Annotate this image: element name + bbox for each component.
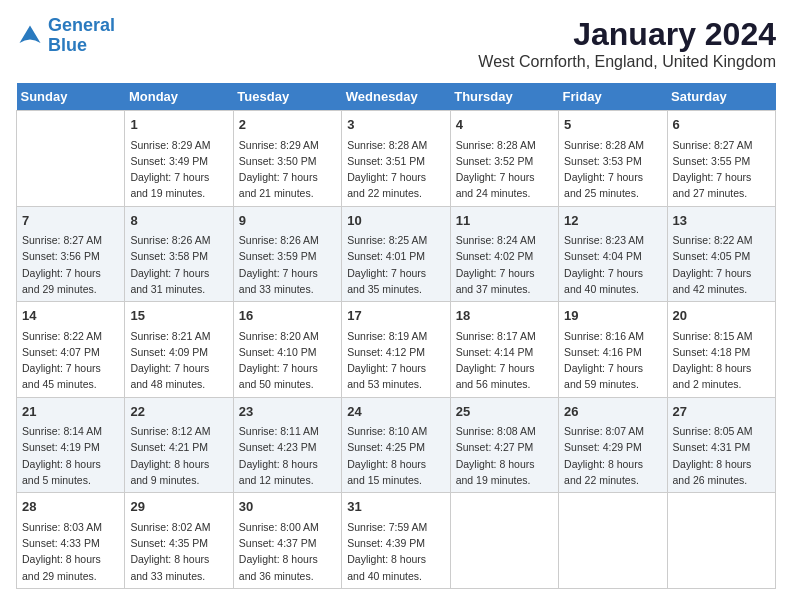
day-number: 7 [22,211,119,231]
header-day-thursday: Thursday [450,83,558,111]
day-info: Sunrise: 8:03 AMSunset: 4:33 PMDaylight:… [22,519,119,584]
day-number: 16 [239,306,336,326]
calendar-cell: 5Sunrise: 8:28 AMSunset: 3:53 PMDaylight… [559,111,667,207]
logo-icon [16,22,44,50]
calendar-cell: 4Sunrise: 8:28 AMSunset: 3:52 PMDaylight… [450,111,558,207]
calendar-cell: 30Sunrise: 8:00 AMSunset: 4:37 PMDayligh… [233,493,341,589]
location-title: West Cornforth, England, United Kingdom [478,53,776,71]
header-day-tuesday: Tuesday [233,83,341,111]
day-number: 9 [239,211,336,231]
day-info: Sunrise: 8:22 AMSunset: 4:07 PMDaylight:… [22,328,119,393]
day-number: 26 [564,402,661,422]
calendar-cell: 29Sunrise: 8:02 AMSunset: 4:35 PMDayligh… [125,493,233,589]
calendar-cell: 3Sunrise: 8:28 AMSunset: 3:51 PMDaylight… [342,111,450,207]
calendar-cell: 12Sunrise: 8:23 AMSunset: 4:04 PMDayligh… [559,206,667,302]
day-info: Sunrise: 8:17 AMSunset: 4:14 PMDaylight:… [456,328,553,393]
day-number: 8 [130,211,227,231]
calendar-table: SundayMondayTuesdayWednesdayThursdayFrid… [16,83,776,589]
day-info: Sunrise: 8:19 AMSunset: 4:12 PMDaylight:… [347,328,444,393]
header-day-wednesday: Wednesday [342,83,450,111]
header-day-sunday: Sunday [17,83,125,111]
week-row-3: 14Sunrise: 8:22 AMSunset: 4:07 PMDayligh… [17,302,776,398]
day-info: Sunrise: 8:22 AMSunset: 4:05 PMDaylight:… [673,232,770,297]
calendar-cell: 25Sunrise: 8:08 AMSunset: 4:27 PMDayligh… [450,397,558,493]
header: General Blue January 2024 West Cornforth… [16,16,776,71]
day-info: Sunrise: 8:24 AMSunset: 4:02 PMDaylight:… [456,232,553,297]
calendar-cell: 6Sunrise: 8:27 AMSunset: 3:55 PMDaylight… [667,111,775,207]
calendar-cell: 19Sunrise: 8:16 AMSunset: 4:16 PMDayligh… [559,302,667,398]
day-number: 22 [130,402,227,422]
day-info: Sunrise: 8:29 AMSunset: 3:49 PMDaylight:… [130,137,227,202]
day-number: 23 [239,402,336,422]
day-number: 13 [673,211,770,231]
day-info: Sunrise: 8:08 AMSunset: 4:27 PMDaylight:… [456,423,553,488]
calendar-cell: 13Sunrise: 8:22 AMSunset: 4:05 PMDayligh… [667,206,775,302]
calendar-cell: 21Sunrise: 8:14 AMSunset: 4:19 PMDayligh… [17,397,125,493]
day-info: Sunrise: 8:21 AMSunset: 4:09 PMDaylight:… [130,328,227,393]
day-info: Sunrise: 8:00 AMSunset: 4:37 PMDaylight:… [239,519,336,584]
day-info: Sunrise: 8:12 AMSunset: 4:21 PMDaylight:… [130,423,227,488]
calendar-cell: 2Sunrise: 8:29 AMSunset: 3:50 PMDaylight… [233,111,341,207]
calendar-cell: 8Sunrise: 8:26 AMSunset: 3:58 PMDaylight… [125,206,233,302]
day-info: Sunrise: 8:27 AMSunset: 3:55 PMDaylight:… [673,137,770,202]
day-info: Sunrise: 8:28 AMSunset: 3:53 PMDaylight:… [564,137,661,202]
calendar-cell: 26Sunrise: 8:07 AMSunset: 4:29 PMDayligh… [559,397,667,493]
day-number: 18 [456,306,553,326]
day-number: 15 [130,306,227,326]
calendar-cell [17,111,125,207]
day-info: Sunrise: 8:29 AMSunset: 3:50 PMDaylight:… [239,137,336,202]
day-info: Sunrise: 8:10 AMSunset: 4:25 PMDaylight:… [347,423,444,488]
calendar-cell [450,493,558,589]
day-info: Sunrise: 8:28 AMSunset: 3:51 PMDaylight:… [347,137,444,202]
week-row-4: 21Sunrise: 8:14 AMSunset: 4:19 PMDayligh… [17,397,776,493]
day-number: 6 [673,115,770,135]
day-info: Sunrise: 8:15 AMSunset: 4:18 PMDaylight:… [673,328,770,393]
week-row-5: 28Sunrise: 8:03 AMSunset: 4:33 PMDayligh… [17,493,776,589]
day-number: 10 [347,211,444,231]
calendar-cell: 23Sunrise: 8:11 AMSunset: 4:23 PMDayligh… [233,397,341,493]
day-number: 3 [347,115,444,135]
month-title: January 2024 [478,16,776,53]
day-number: 1 [130,115,227,135]
day-number: 11 [456,211,553,231]
day-info: Sunrise: 8:07 AMSunset: 4:29 PMDaylight:… [564,423,661,488]
logo-text: General Blue [48,16,115,56]
day-number: 20 [673,306,770,326]
header-day-friday: Friday [559,83,667,111]
day-info: Sunrise: 8:11 AMSunset: 4:23 PMDaylight:… [239,423,336,488]
day-number: 30 [239,497,336,517]
day-number: 24 [347,402,444,422]
week-row-1: 1Sunrise: 8:29 AMSunset: 3:49 PMDaylight… [17,111,776,207]
day-number: 4 [456,115,553,135]
day-info: Sunrise: 8:26 AMSunset: 3:58 PMDaylight:… [130,232,227,297]
calendar-cell [559,493,667,589]
calendar-cell: 15Sunrise: 8:21 AMSunset: 4:09 PMDayligh… [125,302,233,398]
day-number: 17 [347,306,444,326]
day-info: Sunrise: 8:28 AMSunset: 3:52 PMDaylight:… [456,137,553,202]
calendar-cell: 7Sunrise: 8:27 AMSunset: 3:56 PMDaylight… [17,206,125,302]
day-info: Sunrise: 8:23 AMSunset: 4:04 PMDaylight:… [564,232,661,297]
calendar-cell: 27Sunrise: 8:05 AMSunset: 4:31 PMDayligh… [667,397,775,493]
day-number: 5 [564,115,661,135]
calendar-cell: 28Sunrise: 8:03 AMSunset: 4:33 PMDayligh… [17,493,125,589]
day-info: Sunrise: 8:14 AMSunset: 4:19 PMDaylight:… [22,423,119,488]
calendar-cell: 14Sunrise: 8:22 AMSunset: 4:07 PMDayligh… [17,302,125,398]
header-day-saturday: Saturday [667,83,775,111]
calendar-cell: 10Sunrise: 8:25 AMSunset: 4:01 PMDayligh… [342,206,450,302]
calendar-cell: 17Sunrise: 8:19 AMSunset: 4:12 PMDayligh… [342,302,450,398]
logo-line1: General [48,15,115,35]
calendar-cell: 31Sunrise: 7:59 AMSunset: 4:39 PMDayligh… [342,493,450,589]
day-info: Sunrise: 7:59 AMSunset: 4:39 PMDaylight:… [347,519,444,584]
header-row: SundayMondayTuesdayWednesdayThursdayFrid… [17,83,776,111]
calendar-cell: 18Sunrise: 8:17 AMSunset: 4:14 PMDayligh… [450,302,558,398]
calendar-cell: 24Sunrise: 8:10 AMSunset: 4:25 PMDayligh… [342,397,450,493]
day-info: Sunrise: 8:02 AMSunset: 4:35 PMDaylight:… [130,519,227,584]
logo: General Blue [16,16,115,56]
day-number: 2 [239,115,336,135]
day-info: Sunrise: 8:05 AMSunset: 4:31 PMDaylight:… [673,423,770,488]
title-block: January 2024 West Cornforth, England, Un… [478,16,776,71]
calendar-cell: 9Sunrise: 8:26 AMSunset: 3:59 PMDaylight… [233,206,341,302]
header-day-monday: Monday [125,83,233,111]
logo-line2: Blue [48,35,87,55]
calendar-cell: 16Sunrise: 8:20 AMSunset: 4:10 PMDayligh… [233,302,341,398]
